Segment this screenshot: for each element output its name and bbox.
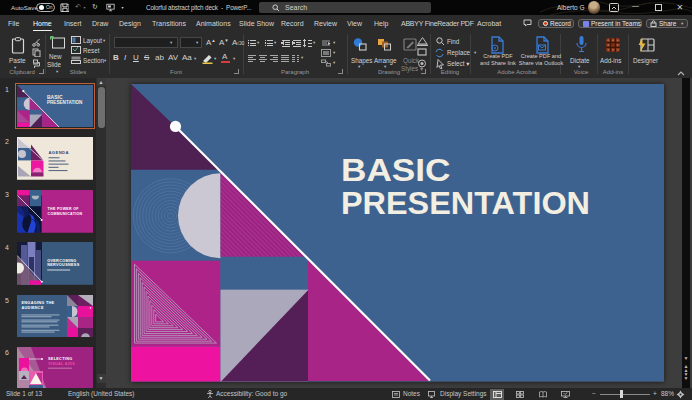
svg-text:ENGAGING THE: ENGAGING THE (22, 301, 55, 305)
svg-text:THE POWER OF: THE POWER OF (48, 207, 80, 211)
svg-text:PRESENTATION: PRESENTATION (341, 186, 590, 221)
svg-text:AGENDA: AGENDA (48, 150, 69, 155)
svg-text:PRESENTATION: PRESENTATION (47, 99, 83, 104)
svg-text:VISUAL AIDS: VISUAL AIDS (48, 362, 75, 366)
svg-text:AUDIENCE: AUDIENCE (22, 305, 44, 309)
svg-text:COMMUNICATION: COMMUNICATION (48, 212, 83, 216)
svg-text:BASIC: BASIC (341, 153, 450, 188)
svg-text:SELECTING: SELECTING (48, 357, 72, 361)
svg-text:NERVOUSNESS: NERVOUSNESS (47, 263, 80, 267)
svg-text:OVERCOMING: OVERCOMING (47, 259, 76, 263)
svg-text:BASIC: BASIC (47, 94, 63, 99)
